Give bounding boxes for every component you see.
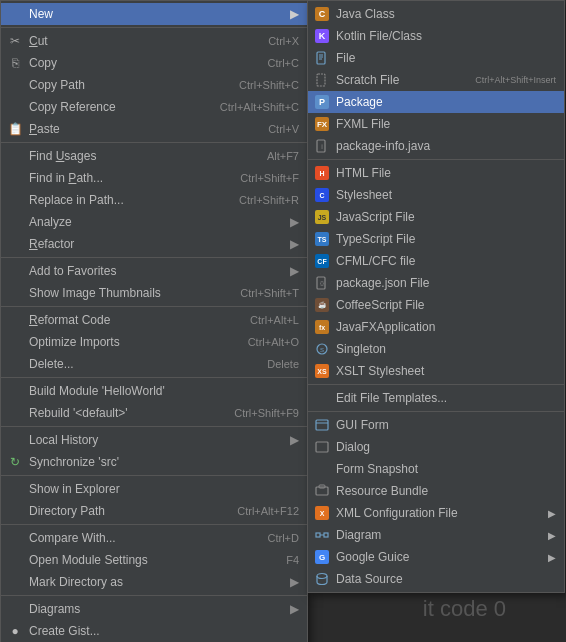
menu-item-new[interactable]: New ▶ <box>1 3 307 25</box>
svg-point-19 <box>317 574 327 579</box>
package-icon: P <box>314 94 330 110</box>
menu-item-rebuild[interactable]: Rebuild '<default>' Ctrl+Shift+F9 <box>1 402 307 424</box>
dir-path-icon <box>7 503 23 519</box>
menu-item-find-usages[interactable]: Find Usages Alt+F7 <box>1 145 307 167</box>
scissors-icon: ✂ <box>7 33 23 49</box>
add-fav-icon <box>7 263 23 279</box>
menu-item-paste[interactable]: 📋 Paste Ctrl+V <box>1 118 307 140</box>
menu-item-xml-config-label: XML Configuration File <box>336 506 458 520</box>
scratch-file-icon <box>314 72 330 88</box>
copy-path-shortcut: Ctrl+Shift+C <box>219 79 299 91</box>
menu-item-resource-bundle[interactable]: Resource Bundle <box>308 480 564 502</box>
menu-item-edit-templates[interactable]: Edit File Templates... <box>308 387 564 409</box>
menu-item-gui-form[interactable]: GUI Form <box>308 414 564 436</box>
menu-item-synchronize[interactable]: ↻ Synchronize 'src' <box>1 451 307 473</box>
menu-item-package-info[interactable]: i package-info.java <box>308 135 564 157</box>
menu-item-build-module[interactable]: Build Module 'HelloWorld' <box>1 380 307 402</box>
menu-item-delete[interactable]: Delete... Delete <box>1 353 307 375</box>
menu-item-package-json-label: package.json File <box>336 276 429 290</box>
thumbnails-icon <box>7 285 23 301</box>
menu-item-add-favorites[interactable]: Add to Favorites ▶ <box>1 260 307 282</box>
replace-path-shortcut: Ctrl+Shift+R <box>219 194 299 206</box>
menu-item-package-info-label: package-info.java <box>336 139 430 153</box>
ts-file-icon: TS <box>314 231 330 247</box>
menu-item-kotlin-file[interactable]: K Kotlin File/Class <box>308 25 564 47</box>
menu-item-diagram[interactable]: Diagram ▶ <box>308 524 564 546</box>
diagrams-arrow: ▶ <box>290 602 299 616</box>
menu-item-edit-templates-label: Edit File Templates... <box>336 391 447 405</box>
reformat-shortcut: Ctrl+Alt+L <box>230 314 299 326</box>
left-context-menu: New ▶ ✂ Cut Ctrl+X ⎘ Copy Ctrl+C Copy Pa… <box>0 0 308 642</box>
menu-item-mark-directory-label: Mark Directory as <box>29 575 123 589</box>
menu-item-show-thumbnails[interactable]: Show Image Thumbnails Ctrl+Shift+T <box>1 282 307 304</box>
menu-item-xml-config[interactable]: X XML Configuration File ▶ <box>308 502 564 524</box>
menu-item-directory-path[interactable]: Directory Path Ctrl+Alt+F12 <box>1 500 307 522</box>
menu-item-copy-path[interactable]: Copy Path Ctrl+Shift+C <box>1 74 307 96</box>
menu-item-local-history[interactable]: Local History ▶ <box>1 429 307 451</box>
diagram-arrow: ▶ <box>548 530 556 541</box>
copy-path-icon <box>7 77 23 93</box>
menu-item-find-in-path[interactable]: Find in Path... Ctrl+Shift+F <box>1 167 307 189</box>
menu-item-stylesheet[interactable]: C Stylesheet <box>308 184 564 206</box>
cfml-icon: CF <box>314 253 330 269</box>
menu-item-mark-directory[interactable]: Mark Directory as ▶ <box>1 571 307 593</box>
js-file-icon: JS <box>314 209 330 225</box>
menu-item-cfml[interactable]: CF CFML/CFC file <box>308 250 564 272</box>
right-submenu: C Java Class K Kotlin File/Class File Sc… <box>307 0 565 593</box>
menu-item-xslt[interactable]: XS XSLT Stylesheet <box>308 360 564 382</box>
svg-rect-13 <box>316 442 328 452</box>
menu-item-optimize[interactable]: Optimize Imports Ctrl+Alt+O <box>1 331 307 353</box>
svg-text:S: S <box>320 347 324 353</box>
menu-item-java-class[interactable]: C Java Class <box>308 3 564 25</box>
menu-item-copy-label: Copy <box>29 56 57 70</box>
menu-item-fxml-file[interactable]: FX FXML File <box>308 113 564 135</box>
separator-8 <box>1 524 307 525</box>
diagram-icon <box>314 527 330 543</box>
menu-item-scratch-file[interactable]: Scratch File Ctrl+Alt+Shift+Insert <box>308 69 564 91</box>
menu-item-copy-reference-label: Copy Reference <box>29 100 116 114</box>
menu-item-diagrams-label: Diagrams <box>29 602 80 616</box>
menu-item-html-file[interactable]: H HTML File <box>308 162 564 184</box>
add-fav-arrow: ▶ <box>290 264 299 278</box>
menu-item-dialog[interactable]: Dialog <box>308 436 564 458</box>
separator-9 <box>1 595 307 596</box>
menu-item-analyze[interactable]: Analyze ▶ <box>1 211 307 233</box>
menu-item-coffeescript[interactable]: ☕ CoffeeScript File <box>308 294 564 316</box>
menu-item-google-guice[interactable]: G Google Guice ▶ <box>308 546 564 568</box>
menu-item-package[interactable]: P Package <box>308 91 564 113</box>
xml-config-arrow: ▶ <box>548 508 556 519</box>
menu-item-compare-with[interactable]: Compare With... Ctrl+D <box>1 527 307 549</box>
copy-shortcut: Ctrl+C <box>248 57 299 69</box>
menu-item-create-gist[interactable]: ● Create Gist... <box>1 620 307 642</box>
menu-item-module-settings-label: Open Module Settings <box>29 553 148 567</box>
menu-item-module-settings[interactable]: Open Module Settings F4 <box>1 549 307 571</box>
menu-item-data-source[interactable]: Data Source <box>308 568 564 590</box>
optimize-icon <box>7 334 23 350</box>
menu-item-singleton[interactable]: S Singleton <box>308 338 564 360</box>
menu-item-ts-file[interactable]: TS TypeScript File <box>308 228 564 250</box>
menu-item-optimize-label: Optimize Imports <box>29 335 120 349</box>
menu-item-xslt-label: XSLT Stylesheet <box>336 364 424 378</box>
menu-item-replace-path[interactable]: Replace in Path... Ctrl+Shift+R <box>1 189 307 211</box>
xslt-icon: XS <box>314 363 330 379</box>
menu-item-refactor[interactable]: Refactor ▶ <box>1 233 307 255</box>
separator-2 <box>1 142 307 143</box>
fxml-file-icon: FX <box>314 116 330 132</box>
menu-item-javafx[interactable]: fx JavaFXApplication <box>308 316 564 338</box>
menu-item-directory-path-label: Directory Path <box>29 504 105 518</box>
menu-item-package-json[interactable]: {} package.json File <box>308 272 564 294</box>
menu-item-file[interactable]: File <box>308 47 564 69</box>
menu-item-form-snapshot[interactable]: Form Snapshot <box>308 458 564 480</box>
menu-item-copy-reference[interactable]: Copy Reference Ctrl+Alt+Shift+C <box>1 96 307 118</box>
replace-path-icon <box>7 192 23 208</box>
menu-item-cut[interactable]: ✂ Cut Ctrl+X <box>1 30 307 52</box>
menu-item-diagrams[interactable]: Diagrams ▶ <box>1 598 307 620</box>
menu-item-js-file[interactable]: JS JavaScript File <box>308 206 564 228</box>
menu-item-show-explorer[interactable]: Show in Explorer <box>1 478 307 500</box>
file-icon <box>314 50 330 66</box>
menu-item-package-label: Package <box>336 95 383 109</box>
form-snapshot-icon <box>314 461 330 477</box>
menu-item-copy[interactable]: ⎘ Copy Ctrl+C <box>1 52 307 74</box>
menu-item-scratch-file-label: Scratch File <box>336 73 399 87</box>
menu-item-reformat[interactable]: Reformat Code Ctrl+Alt+L <box>1 309 307 331</box>
